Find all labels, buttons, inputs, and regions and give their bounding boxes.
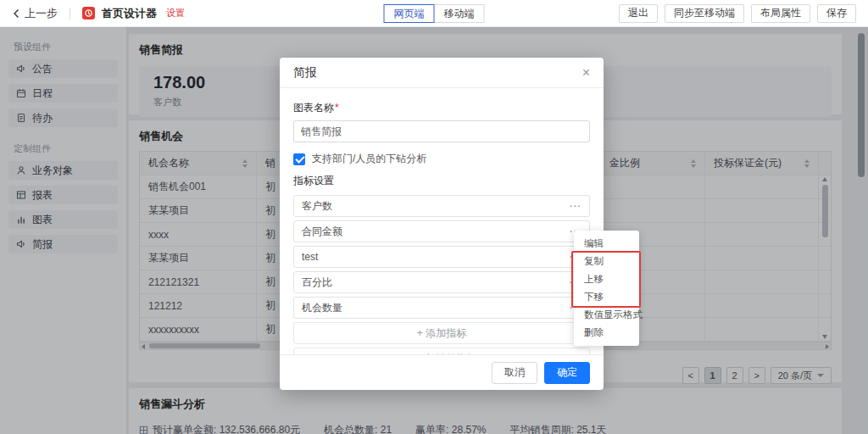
app-logo-icon (82, 7, 95, 19)
checkbox-label: 支持部门/人员的下钻分析 (312, 152, 426, 166)
tab-web-view[interactable]: 网页端 (384, 4, 435, 23)
tab-mobile-view[interactable]: 移动端 (434, 4, 485, 23)
indicator-row-customers[interactable]: 客户数 ··· (293, 195, 590, 217)
menu-item-edit[interactable]: 编辑 (574, 235, 639, 253)
add-indicator-button[interactable]: + 添加指标 (293, 322, 590, 344)
menu-item-number-format[interactable]: 数值显示格式 (574, 306, 639, 324)
layout-properties-button[interactable]: 布局属性 (751, 4, 810, 23)
menu-item-move-down[interactable]: 下移 (574, 288, 639, 306)
settings-link[interactable]: 设置 (166, 7, 185, 19)
back-button[interactable]: 上一步 (12, 6, 58, 21)
back-chevron-icon (12, 8, 20, 19)
menu-item-move-up[interactable]: 上移 (574, 270, 639, 288)
confirm-button[interactable]: 确定 (544, 362, 590, 384)
required-asterisk: * (335, 102, 339, 114)
chart-name-label: 图表名称* (293, 101, 590, 115)
page-title: 首页设计器 (102, 6, 157, 21)
divider (70, 8, 70, 19)
indicator-row-test[interactable]: test ··· (293, 246, 590, 268)
chart-name-input[interactable] (293, 120, 590, 142)
back-label: 上一步 (25, 6, 58, 21)
menu-item-delete[interactable]: 删除 (574, 324, 639, 342)
add-calc-indicator-button[interactable]: + 添加计算指标 (293, 348, 590, 354)
checkbox-checked-icon[interactable] (293, 153, 305, 165)
more-actions-icon[interactable]: ··· (570, 201, 581, 211)
sync-to-mobile-button[interactable]: 同步至移动端 (665, 4, 744, 23)
drilldown-checkbox-row[interactable]: 支持部门/人员的下钻分析 (293, 152, 590, 166)
topbar: 上一步 首页设计器 设置 网页端 移动端 退出 同步至移动端 布局属性 保存 (0, 0, 868, 27)
close-icon[interactable]: × (582, 66, 590, 80)
exit-button[interactable]: 退出 (619, 4, 658, 23)
indicator-row-opportunity-count[interactable]: 机会数量 ··· (293, 297, 590, 319)
indicator-settings-label: 指标设置 (293, 174, 590, 188)
menu-item-copy[interactable]: 复制 (574, 253, 639, 270)
indicator-context-menu: 编辑 复制 上移 下移 数值显示格式 删除 (574, 231, 639, 346)
cancel-button[interactable]: 取消 (492, 362, 537, 384)
brief-settings-modal: 简报 × 图表名称* 支持部门/人员的下钻分析 指标设置 客户数 ··· 合同金… (280, 58, 604, 390)
save-button[interactable]: 保存 (817, 4, 856, 23)
modal-title: 简报 (293, 65, 317, 81)
indicator-row-percentage[interactable]: 百分比 ··· (293, 271, 590, 293)
indicator-row-contract-amount[interactable]: 合同金额 ··· (293, 220, 590, 242)
view-switcher: 网页端 移动端 (384, 0, 485, 27)
